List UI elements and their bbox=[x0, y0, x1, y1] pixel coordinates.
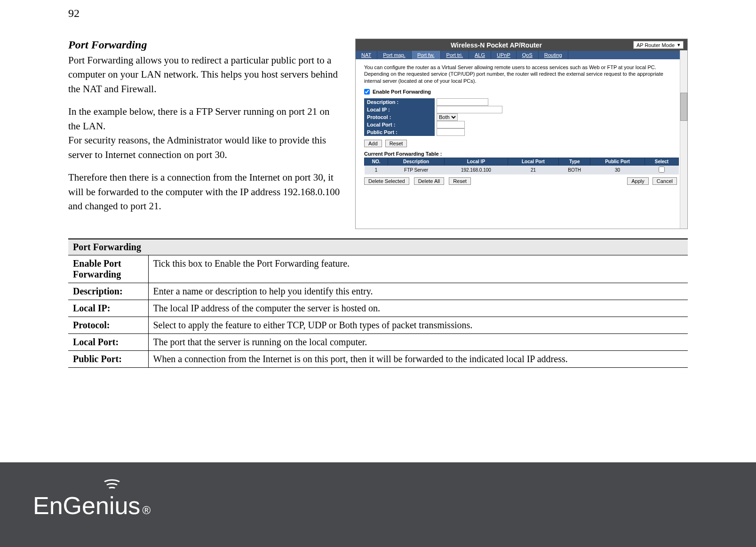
form-local-ip-input[interactable] bbox=[437, 106, 502, 113]
def-label-5: Public Port: bbox=[68, 351, 148, 368]
form-local-port-label: Local Port : bbox=[364, 121, 435, 128]
delete-all-button[interactable]: Delete All bbox=[414, 177, 444, 185]
th-desc: Description bbox=[388, 158, 445, 165]
tab-port-tri[interactable]: Port tri. bbox=[441, 51, 469, 59]
tab-qos[interactable]: QoS bbox=[517, 51, 539, 59]
fw-table: NO. Description Local IP Local Port Type… bbox=[364, 158, 679, 174]
def-desc-1: Enter a name or description to help you … bbox=[148, 283, 688, 300]
router-title: Wireless-N Pocket AP/Router bbox=[359, 41, 633, 49]
form-description-input[interactable] bbox=[437, 98, 488, 106]
def-label-4: Local Port: bbox=[68, 334, 148, 351]
fw-table-title: Current Port Forwarding Table : bbox=[364, 151, 679, 157]
td-pport: 30 bbox=[590, 165, 645, 174]
td-desc: FTP Server bbox=[388, 165, 445, 174]
th-no: NO. bbox=[365, 158, 388, 165]
cancel-button[interactable]: Cancel bbox=[653, 177, 677, 185]
tab-nat[interactable]: NAT bbox=[356, 51, 377, 59]
engenius-logo: EnGenius® bbox=[33, 492, 151, 520]
router-ui-screenshot: Wireless-N Pocket AP/Router AP Router Mo… bbox=[355, 39, 688, 229]
reset2-button[interactable]: Reset bbox=[449, 177, 471, 185]
paragraph-3: For security reasons, the Administrator … bbox=[68, 135, 326, 160]
page-number: 92 bbox=[68, 7, 688, 20]
scrollbar-thumb[interactable] bbox=[680, 93, 687, 121]
router-header: Wireless-N Pocket AP/Router AP Router Mo… bbox=[356, 39, 687, 51]
th-type: Type bbox=[559, 158, 590, 165]
form-local-ip-label: Local IP : bbox=[364, 106, 435, 113]
td-type: BOTH bbox=[559, 165, 590, 174]
th-pport: Public Port bbox=[590, 158, 645, 165]
form-protocol-label: Protocol : bbox=[364, 113, 435, 121]
def-label-0: Enable Port Forwarding bbox=[68, 255, 148, 283]
mode-select-value: AP Router Mode bbox=[637, 42, 675, 48]
mode-select[interactable]: AP Router Mode ▾ bbox=[633, 41, 684, 49]
section-title: Port Forwarding bbox=[68, 39, 341, 51]
td-no: 1 bbox=[365, 165, 388, 174]
paragraph-4: Therefore then there is a connection fro… bbox=[68, 170, 341, 213]
paragraph-1: Port Forwarding allows you to redirect a… bbox=[68, 53, 341, 96]
th-select: Select bbox=[645, 158, 678, 165]
def-desc-5: When a connection from the Internet is o… bbox=[148, 351, 688, 368]
th-lport: Local Port bbox=[508, 158, 558, 165]
def-label-3: Protocol: bbox=[68, 317, 148, 334]
enable-port-fw-label: Enable Port Forwarding bbox=[373, 89, 431, 95]
row-select-checkbox[interactable] bbox=[659, 166, 665, 173]
tab-port-fw[interactable]: Port fw. bbox=[412, 51, 441, 59]
def-desc-3: Select to apply the feature to either TC… bbox=[148, 317, 688, 334]
router-tabs: NAT Port map. Port fw. Port tri. ALG UPn… bbox=[356, 51, 687, 59]
paragraph-2: In the example below, there is a FTP Ser… bbox=[68, 106, 329, 131]
enable-port-fw-checkbox[interactable] bbox=[364, 89, 370, 95]
form-local-port-input[interactable] bbox=[437, 121, 465, 128]
table-row: 1 FTP Server 192.168.0.100 21 BOTH 30 bbox=[365, 165, 679, 174]
form-public-port-input[interactable] bbox=[437, 128, 465, 136]
apply-button[interactable]: Apply bbox=[627, 177, 649, 185]
def-header: Port Forwarding bbox=[68, 239, 688, 255]
form-protocol-select[interactable]: Both bbox=[437, 113, 458, 121]
add-button[interactable]: Add bbox=[364, 140, 382, 147]
paragraph-2-3: In the example below, there is a FTP Ser… bbox=[68, 104, 341, 162]
tab-port-map[interactable]: Port map. bbox=[377, 51, 412, 59]
def-label-1: Description: bbox=[68, 283, 148, 300]
router-body-desc: You can configure the router as a Virtua… bbox=[364, 64, 679, 84]
th-ip: Local IP bbox=[445, 158, 508, 165]
delete-selected-button[interactable]: Delete Selected bbox=[364, 177, 409, 185]
scrollbar[interactable] bbox=[680, 50, 687, 229]
tab-routing[interactable]: Routing bbox=[539, 51, 568, 59]
def-label-2: Local IP: bbox=[68, 300, 148, 317]
tab-alg[interactable]: ALG bbox=[469, 51, 491, 59]
td-ip: 192.168.0.100 bbox=[445, 165, 508, 174]
registered-icon: ® bbox=[142, 504, 151, 517]
definition-table: Port Forwarding Enable Port ForwardingTi… bbox=[68, 238, 688, 368]
form-public-port-label: Public Port : bbox=[364, 128, 435, 136]
reset-button[interactable]: Reset bbox=[385, 140, 407, 147]
form-description-label: Description : bbox=[364, 98, 435, 106]
td-select bbox=[645, 165, 678, 174]
footer: EnGenius® bbox=[0, 462, 756, 547]
tab-upnp[interactable]: UPnP bbox=[491, 51, 517, 59]
def-desc-0: Tick this box to Enable the Port Forward… bbox=[148, 255, 688, 283]
def-desc-2: The local IP address of the computer the… bbox=[148, 300, 688, 317]
chevron-down-icon: ▾ bbox=[677, 42, 680, 48]
def-desc-4: The port that the server is running on t… bbox=[148, 334, 688, 351]
td-lport: 21 bbox=[508, 165, 558, 174]
